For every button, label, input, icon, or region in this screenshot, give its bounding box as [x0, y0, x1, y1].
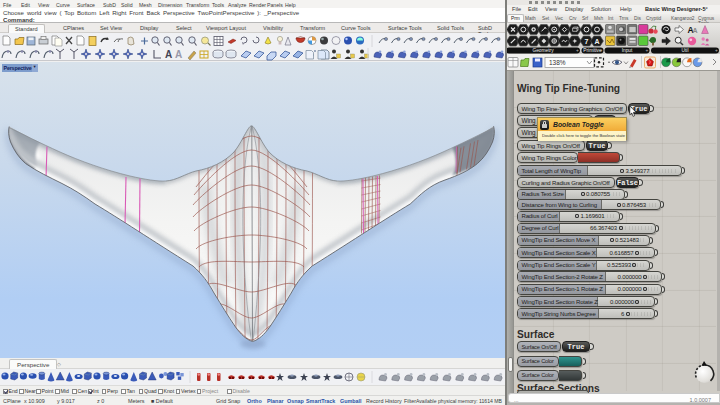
svg-text:+: + — [646, 48, 649, 53]
svg-text:+: + — [576, 48, 579, 53]
svg-text:138%: 138% — [549, 59, 566, 66]
svg-text:Util: Util — [682, 48, 689, 53]
svg-text:A: A — [175, 49, 182, 60]
svg-text:+: + — [715, 48, 718, 53]
svg-text:Input: Input — [622, 48, 633, 53]
svg-text:A: A — [693, 26, 698, 33]
svg-text:Geometry: Geometry — [532, 48, 554, 53]
svg-text:A: A — [165, 49, 172, 60]
svg-text:+: + — [600, 48, 603, 53]
svg-text:7: 7 — [585, 37, 589, 44]
svg-text:A: A — [594, 37, 599, 44]
